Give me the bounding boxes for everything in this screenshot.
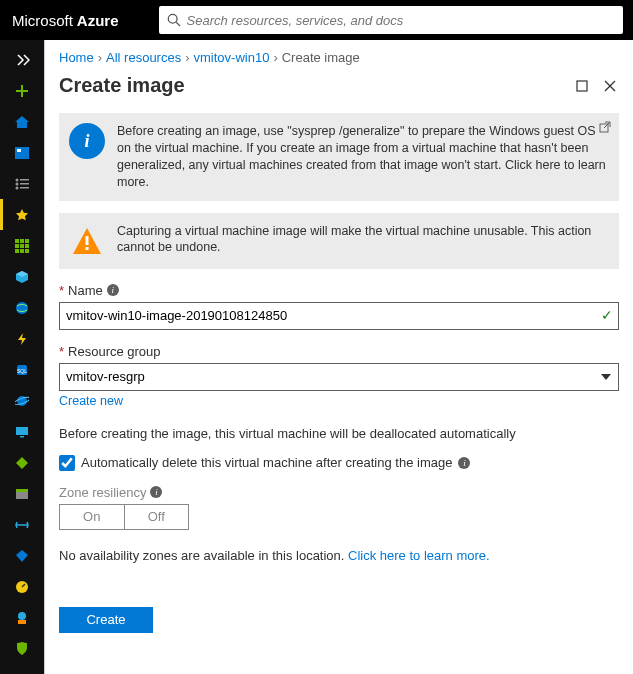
nav-dashboard[interactable] — [0, 137, 44, 168]
brand-word1: Microsoft — [12, 12, 73, 29]
svg-rect-9 — [20, 187, 29, 189]
svg-rect-14 — [20, 244, 24, 248]
warning-banner-text: Capturing a virtual machine image will m… — [117, 223, 609, 259]
top-bar: Microsoft Azure — [0, 0, 633, 40]
blade-header: Create image — [45, 74, 633, 107]
sql-icon: SQL — [15, 363, 29, 377]
create-button[interactable]: Create — [59, 607, 153, 633]
info-banner[interactable]: i Before creating an image, use "sysprep… — [59, 113, 619, 201]
nav-create[interactable] — [0, 75, 44, 106]
nav-resourcegroups[interactable] — [0, 230, 44, 261]
search-input[interactable] — [187, 13, 615, 28]
chevron-right-icon: › — [273, 50, 277, 65]
gauge-icon — [15, 580, 29, 594]
svg-rect-3 — [17, 149, 21, 152]
chevron-right-icon: › — [185, 50, 189, 65]
grid-icon — [15, 239, 29, 253]
nav-storage[interactable] — [0, 478, 44, 509]
storage-icon — [15, 488, 29, 500]
vnet-icon — [15, 520, 29, 530]
svg-rect-13 — [15, 244, 19, 248]
list-icon — [15, 178, 29, 190]
nav-vm[interactable] — [0, 416, 44, 447]
auto-delete-checkbox[interactable] — [59, 455, 75, 471]
blade-content: i Before creating an image, use "sysprep… — [45, 107, 633, 647]
star-icon — [15, 208, 29, 222]
required-indicator: * — [59, 283, 64, 298]
nav-loadbalancer[interactable] — [0, 447, 44, 478]
global-search[interactable] — [159, 6, 623, 34]
nav-appservices[interactable] — [0, 261, 44, 292]
nav-sql[interactable]: SQL — [0, 354, 44, 385]
svg-rect-27 — [16, 489, 28, 492]
svg-point-4 — [16, 178, 19, 181]
cube-icon — [15, 270, 29, 284]
shield-icon — [16, 642, 28, 656]
nav-expand[interactable] — [0, 44, 44, 75]
nav-cosmos[interactable] — [0, 385, 44, 416]
svg-point-29 — [18, 612, 26, 620]
info-tooltip-icon[interactable]: i — [150, 486, 162, 498]
svg-rect-16 — [15, 249, 19, 253]
svg-rect-2 — [15, 147, 29, 159]
crumb-allresources[interactable]: All resources — [106, 50, 181, 65]
name-field: * Name i ✓ — [59, 283, 619, 330]
zone-off[interactable]: Off — [125, 505, 189, 529]
learn-more-link[interactable]: Click here to learn more. — [348, 548, 490, 563]
svg-rect-18 — [25, 249, 29, 253]
auto-delete-row[interactable]: Automatically delete this virtual machin… — [59, 455, 619, 471]
info-icon: i — [69, 123, 105, 159]
nav-security[interactable] — [0, 633, 44, 664]
left-nav: SQL — [0, 40, 44, 674]
diamond-icon — [15, 456, 29, 470]
svg-rect-7 — [20, 183, 29, 185]
name-label: Name — [68, 283, 103, 298]
nav-allresources[interactable] — [0, 168, 44, 199]
brand: Microsoft Azure — [12, 12, 119, 29]
crumb-vm[interactable]: vmitov-win10 — [194, 50, 270, 65]
globe-icon — [15, 301, 29, 315]
valid-check-icon: ✓ — [601, 307, 613, 323]
nav-aad[interactable] — [0, 540, 44, 571]
create-new-link[interactable]: Create new — [59, 394, 123, 408]
svg-point-19 — [16, 302, 28, 314]
nav-home[interactable] — [0, 106, 44, 137]
info-tooltip-icon[interactable]: i — [458, 457, 470, 469]
svg-rect-24 — [16, 427, 28, 435]
chevron-right-icon: › — [98, 50, 102, 65]
warning-banner: Capturing a virtual machine image will m… — [59, 213, 619, 269]
svg-rect-17 — [20, 249, 24, 253]
svg-rect-34 — [86, 247, 89, 250]
breadcrumb: Home › All resources › vmitov-win10 › Cr… — [45, 40, 633, 74]
main-area: Home › All resources › vmitov-win10 › Cr… — [44, 40, 633, 674]
svg-point-8 — [16, 186, 19, 189]
nav-advisor[interactable] — [0, 602, 44, 633]
availability-text: No availability zones are available in t… — [59, 548, 619, 563]
svg-rect-30 — [18, 620, 26, 624]
bolt-icon — [15, 332, 29, 346]
dashboard-icon — [15, 147, 29, 159]
info-tooltip-icon[interactable]: i — [107, 284, 119, 296]
crumb-home[interactable]: Home — [59, 50, 94, 65]
page-title: Create image — [59, 74, 563, 97]
zone-on[interactable]: On — [60, 505, 125, 529]
nav-functions[interactable] — [0, 323, 44, 354]
monitor-icon — [15, 426, 29, 438]
nav-network[interactable] — [0, 292, 44, 323]
rg-select[interactable]: vmitov-resgrp — [59, 363, 619, 391]
nav-vnet[interactable] — [0, 509, 44, 540]
nav-monitor[interactable] — [0, 571, 44, 602]
aad-icon — [15, 549, 29, 563]
advisor-icon — [15, 611, 29, 625]
close-button[interactable] — [601, 77, 619, 95]
svg-text:SQL: SQL — [17, 368, 27, 374]
nav-favorites[interactable] — [0, 199, 44, 230]
zone-label: Zone resiliency — [59, 485, 146, 500]
name-input[interactable] — [59, 302, 619, 330]
maximize-button[interactable] — [573, 77, 591, 95]
svg-rect-11 — [20, 239, 24, 243]
svg-rect-33 — [86, 236, 89, 245]
external-link-icon[interactable] — [599, 121, 611, 136]
rg-label: Resource group — [68, 344, 161, 359]
svg-rect-25 — [20, 436, 24, 438]
